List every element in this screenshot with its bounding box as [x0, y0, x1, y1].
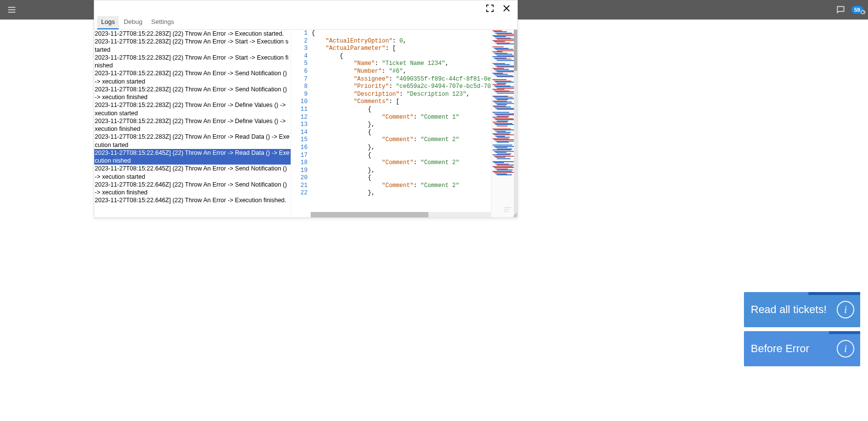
svg-rect-2	[8, 12, 16, 13]
close-icon	[502, 3, 511, 13]
tab-debug[interactable]: Debug	[120, 16, 146, 29]
info-icon: i	[837, 340, 854, 358]
log-line[interactable]: 2023-11-27T08:15:22.646Z] (22) Throw An …	[94, 196, 291, 204]
json-code: { "ActualEntryOption": 0, "ActualParamet…	[311, 30, 491, 217]
logs-pane[interactable]: 2023-11-27T08:15:22.283Z] (22) Throw An …	[94, 30, 291, 217]
fullscreen-icon	[485, 3, 495, 13]
fullscreen-button[interactable]	[483, 1, 497, 15]
close-button[interactable]	[500, 1, 513, 15]
log-line[interactable]: 2023-11-27T08:15:22.283Z] (22) Throw An …	[94, 69, 291, 85]
minimap-thumb[interactable]	[514, 30, 517, 71]
notifications-button[interactable]: 59	[851, 6, 863, 14]
tab-bar: Logs Debug Settings	[94, 16, 517, 30]
log-line[interactable]: 2023-11-27T08:15:22.283Z] (22) Throw An …	[94, 117, 291, 133]
card-label: Read all tickets!	[751, 303, 826, 316]
log-line[interactable]: 2023-11-27T08:15:22.645Z] (22) Throw An …	[94, 149, 291, 165]
line-gutter: 12345678910111213141516171819202122	[291, 30, 311, 217]
hamburger-icon	[7, 5, 17, 15]
log-line[interactable]: 2023-11-27T08:15:22.646Z] (22) Throw An …	[94, 181, 291, 197]
scrollbar-thumb[interactable]	[311, 212, 428, 217]
minimap[interactable]	[491, 30, 517, 217]
card-label: Before Error	[751, 342, 809, 356]
svg-rect-1	[8, 9, 16, 10]
format-button[interactable]	[501, 203, 514, 216]
action-cards: Read all tickets! i Before Error i	[744, 292, 860, 366]
log-line[interactable]: 2023-11-27T08:15:22.645Z] (22) Throw An …	[94, 165, 291, 181]
tab-settings[interactable]: Settings	[148, 16, 178, 29]
log-line[interactable]: 2023-11-27T08:15:22.283Z] (22) Throw An …	[94, 30, 291, 38]
notes-icon	[503, 205, 512, 214]
log-line[interactable]: 2023-11-27T08:15:22.283Z] (22) Throw An …	[94, 133, 291, 149]
tab-logs[interactable]: Logs	[97, 16, 119, 29]
json-pane[interactable]: 12345678910111213141516171819202122 { "A…	[291, 30, 517, 217]
info-icon: i	[837, 301, 854, 318]
modal-header	[94, 0, 517, 16]
logs-modal: Logs Debug Settings 2023-11-27T08:15:22.…	[94, 0, 518, 218]
chat-icon	[836, 5, 846, 15]
menu-button[interactable]	[5, 3, 19, 17]
minimap-scrollbar[interactable]	[514, 30, 517, 217]
log-line[interactable]: 2023-11-27T08:15:22.283Z] (22) Throw An …	[94, 101, 291, 117]
svg-rect-3	[504, 207, 511, 208]
log-line[interactable]: 2023-11-27T08:15:22.283Z] (22) Throw An …	[94, 54, 291, 70]
svg-rect-4	[504, 209, 510, 210]
svg-rect-0	[8, 7, 16, 8]
svg-rect-5	[504, 211, 508, 212]
gear-icon	[859, 9, 866, 16]
modal-body: 2023-11-27T08:15:22.283Z] (22) Throw An …	[94, 30, 517, 217]
card-read-all-tickets[interactable]: Read all tickets! i	[744, 292, 860, 327]
horizontal-scrollbar[interactable]	[311, 212, 517, 217]
card-before-error[interactable]: Before Error i	[744, 331, 860, 366]
log-line[interactable]: 2023-11-27T08:15:22.283Z] (22) Throw An …	[94, 38, 291, 54]
messages-button[interactable]	[834, 3, 847, 17]
log-line[interactable]: 2023-11-27T08:15:22.283Z] (22) Throw An …	[94, 85, 291, 102]
